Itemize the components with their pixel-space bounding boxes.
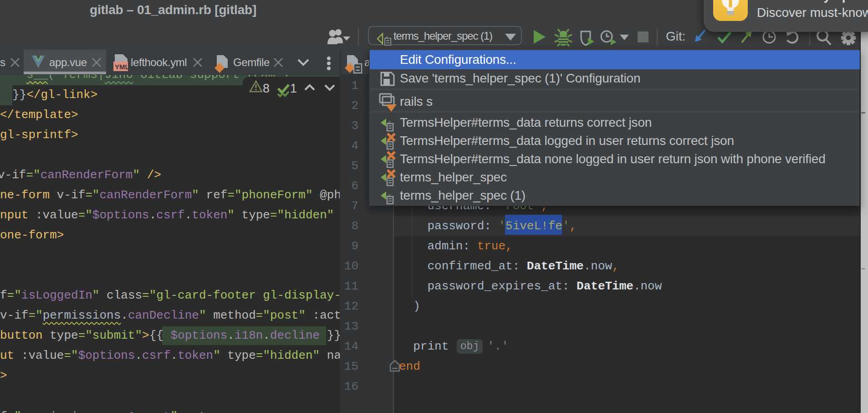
svg-text:1: 1: [290, 82, 297, 95]
svg-text:YML: YML: [115, 63, 129, 71]
svg-text:8: 8: [263, 82, 270, 95]
